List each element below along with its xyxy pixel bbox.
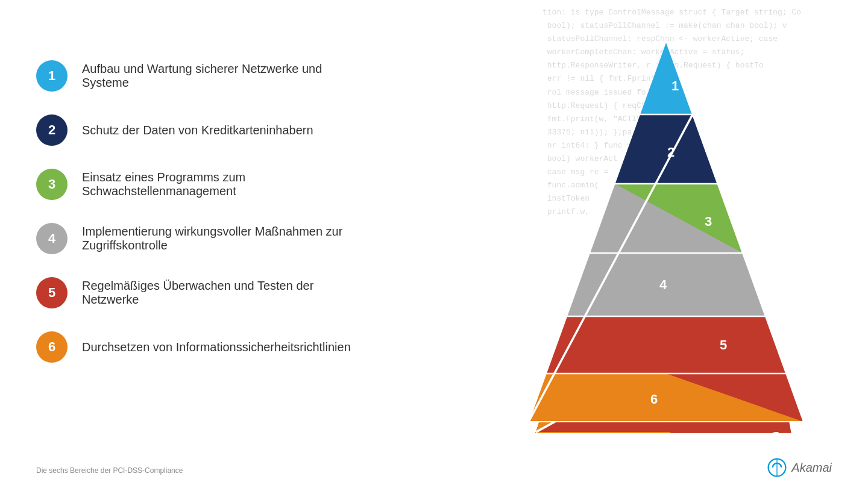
- legend-text-1: Aufbau und Wartung sicherer Netzwerke un…: [82, 62, 368, 90]
- footer-caption: Die sechs Bereiche der PCI-DSS-Complianc…: [36, 466, 183, 475]
- circle-1: 1: [36, 60, 68, 92]
- legend-text-3: Einsatz eines Programms zum Schwachstell…: [82, 170, 368, 198]
- svg-text:3: 3: [705, 214, 712, 229]
- akamai-icon: [766, 457, 788, 478]
- svg-text:6: 6: [650, 392, 658, 407]
- svg-text:5: 5: [720, 337, 727, 352]
- circle-5: 5: [36, 277, 68, 308]
- legend-text-6: Durchsetzen von Informationssicherheitsr…: [82, 340, 351, 354]
- legend-text-4: Implementierung wirkungsvoller Maßnahmen…: [82, 225, 368, 252]
- list-item: 2 Schutz der Daten von Kreditkarteninhab…: [36, 114, 368, 146]
- akamai-logo: Akamai: [766, 457, 832, 478]
- circle-2: 2: [36, 114, 68, 146]
- circle-6: 6: [36, 331, 68, 363]
- svg-text:4: 4: [659, 277, 667, 292]
- svg-text:1: 1: [671, 78, 679, 93]
- circle-3: 3: [36, 169, 68, 200]
- list-item: 3 Einsatz eines Programms zum Schwachste…: [36, 169, 368, 200]
- legend-text-2: Schutz der Daten von Kreditkarteninhaber…: [82, 124, 313, 137]
- pyramid-diagram-final: 1 2 3 4 5 6: [497, 30, 835, 440]
- svg-text:2: 2: [667, 145, 675, 160]
- list-item: 6 Durchsetzen von Informationssicherheit…: [36, 331, 368, 363]
- list-item: 5 Regelmäßiges Überwachen und Testen der…: [36, 277, 368, 308]
- circle-4: 4: [36, 223, 68, 254]
- legend: 1 Aufbau und Wartung sicherer Netzwerke …: [36, 60, 368, 386]
- list-item: 4 Implementierung wirkungsvoller Maßnahm…: [36, 223, 368, 254]
- list-item: 1 Aufbau und Wartung sicherer Netzwerke …: [36, 60, 368, 92]
- svg-marker-32: [615, 114, 717, 184]
- akamai-wordmark: Akamai: [791, 461, 832, 475]
- legend-text-5: Regelmäßiges Überwachen und Testen der N…: [82, 279, 368, 307]
- svg-marker-36: [546, 316, 786, 374]
